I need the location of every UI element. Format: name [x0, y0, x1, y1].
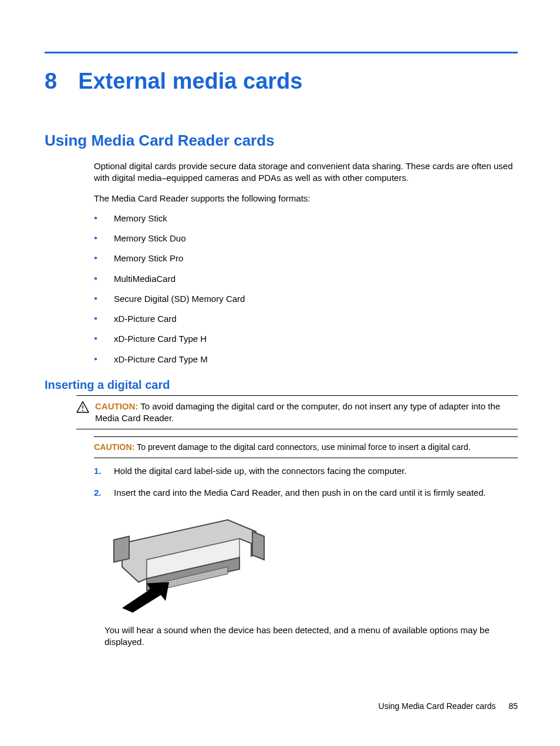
caution-text-2: CAUTION: To prevent damage to the digita… — [94, 442, 471, 453]
caution-block: CAUTION: To avoid damaging the digital c… — [76, 395, 518, 648]
list-item: Secure Digital (SD) Memory Card — [94, 293, 518, 305]
svg-marker-3 — [114, 536, 129, 562]
page-number: 85 — [508, 701, 518, 711]
svg-marker-8 — [122, 582, 169, 613]
step-text: Hold the digital card label-side up, wit… — [114, 465, 407, 477]
steps-list: 1. Hold the digital card label-side up, … — [94, 465, 518, 499]
intro-paragraph-2: The Media Card Reader supports the follo… — [94, 193, 518, 204]
intro-block: Optional digital cards provide secure da… — [94, 160, 518, 365]
page-footer: Using Media Card Reader cards 85 — [379, 701, 518, 711]
step-number: 1. — [94, 465, 103, 477]
subsection-title: Inserting a digital card — [45, 378, 518, 392]
caution-triangle-icon — [76, 401, 89, 413]
step-number: 2. — [94, 487, 103, 499]
step-item: 1. Hold the digital card label-side up, … — [94, 465, 518, 477]
document-page: 8 External media cards Using Media Card … — [0, 0, 560, 746]
chapter-title: External media cards — [78, 69, 302, 94]
intro-paragraph-1: Optional digital cards provide secure da… — [94, 160, 518, 184]
list-item: MultiMediaCard — [94, 273, 518, 285]
list-item: xD-Picture Card Type H — [94, 333, 518, 345]
list-item: Memory Stick Pro — [94, 253, 518, 264]
card-reader-illustration — [104, 508, 518, 616]
list-item: xD-Picture Card Type M — [94, 354, 518, 365]
caution-text-1: CAUTION: To avoid damaging the digital c… — [95, 401, 518, 425]
caution-label: CAUTION: — [94, 442, 134, 452]
list-item: Memory Stick Duo — [94, 233, 518, 244]
followup-text: You will hear a sound when the device ha… — [104, 624, 518, 648]
section-title: Using Media Card Reader cards — [45, 132, 518, 150]
step-item: 2. Insert the card into the Media Card R… — [94, 487, 518, 499]
formats-list: Memory Stick Memory Stick Duo Memory Sti… — [94, 213, 518, 365]
top-rule — [45, 52, 518, 53]
list-item: xD-Picture Card — [94, 313, 518, 325]
caution-body: To prevent damage to the digital card co… — [137, 442, 471, 452]
svg-point-1 — [82, 410, 83, 411]
svg-marker-4 — [252, 532, 264, 560]
step-text: Insert the card into the Media Card Read… — [114, 487, 486, 499]
list-item: Memory Stick — [94, 213, 518, 224]
chapter-number: 8 — [45, 69, 57, 94]
footer-title: Using Media Card Reader cards — [379, 701, 496, 711]
caution-row-1: CAUTION: To avoid damaging the digital c… — [76, 395, 518, 430]
caution-body: To avoid damaging the digital card or th… — [95, 401, 500, 423]
caution-row-2: CAUTION: To prevent damage to the digita… — [94, 436, 518, 458]
caution-label: CAUTION: — [95, 401, 138, 411]
chapter-heading: 8 External media cards — [45, 69, 518, 94]
